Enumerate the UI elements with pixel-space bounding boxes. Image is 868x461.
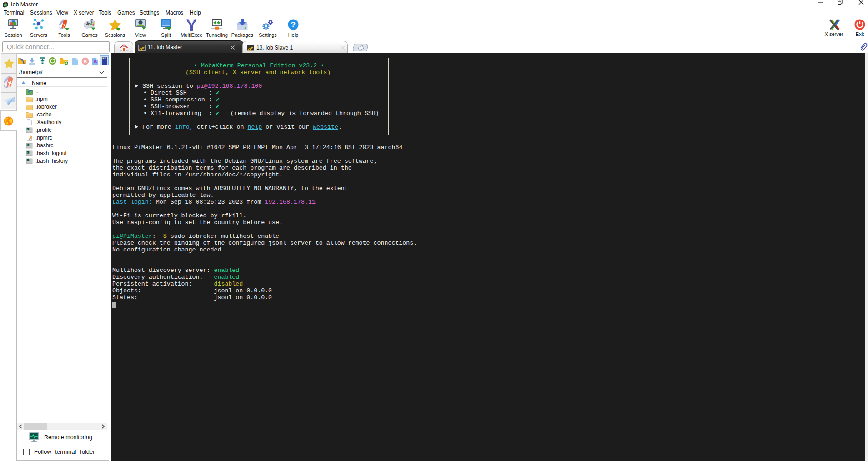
- svg-text:A: A: [94, 59, 97, 64]
- svg-text:?: ?: [291, 20, 296, 29]
